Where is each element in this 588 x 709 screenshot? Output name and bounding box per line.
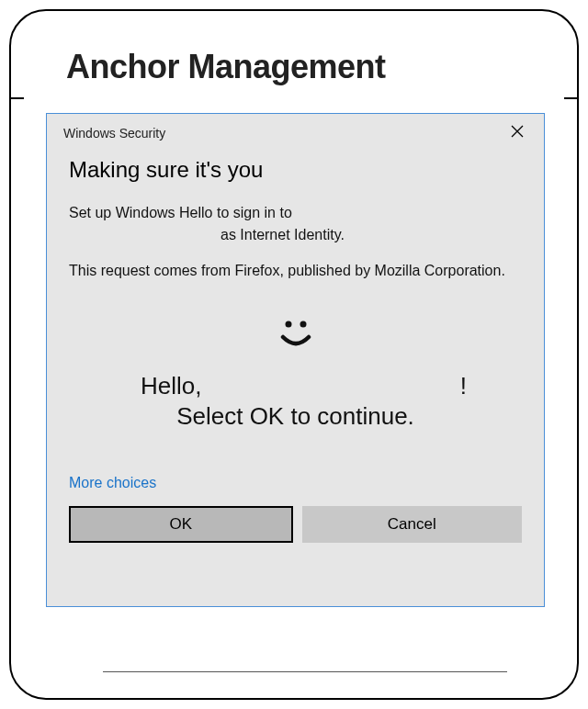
hello-suffix: ! xyxy=(460,372,467,400)
frame-notch-left xyxy=(9,97,24,99)
setup-text-line1: Set up Windows Hello to sign in to xyxy=(69,203,522,223)
request-source-text: This request comes from Firefox, publish… xyxy=(69,261,522,281)
frame-notch-right xyxy=(564,97,579,99)
smiley-icon xyxy=(276,315,316,355)
windows-security-dialog: Windows Security Making sure it's you Se… xyxy=(46,113,545,607)
dialog-heading: Making sure it's you xyxy=(69,157,522,183)
dialog-window-title: Windows Security xyxy=(63,126,165,141)
hello-section: Hello, ! Select OK to continue. xyxy=(69,308,522,449)
dialog-body: Making sure it's you Set up Windows Hell… xyxy=(47,148,544,559)
ok-button[interactable]: OK xyxy=(69,506,293,543)
setup-text-line1b: as Internet Identity. xyxy=(69,225,522,245)
cancel-button[interactable]: Cancel xyxy=(302,506,523,543)
svg-point-2 xyxy=(285,321,291,327)
close-icon[interactable] xyxy=(503,121,531,144)
hello-prefix: Hello, xyxy=(141,372,201,400)
svg-point-3 xyxy=(300,321,306,327)
device-frame: Anchor Management Windows Security Makin… xyxy=(9,9,579,700)
bottom-divider xyxy=(103,671,507,672)
dialog-button-row: OK Cancel xyxy=(69,506,522,543)
page-title: Anchor Management xyxy=(11,11,577,86)
dialog-header: Windows Security xyxy=(47,114,544,148)
more-choices-link[interactable]: More choices xyxy=(69,475,156,491)
select-ok-text: Select OK to continue. xyxy=(69,402,522,431)
hello-greeting: Hello, ! xyxy=(69,372,522,400)
